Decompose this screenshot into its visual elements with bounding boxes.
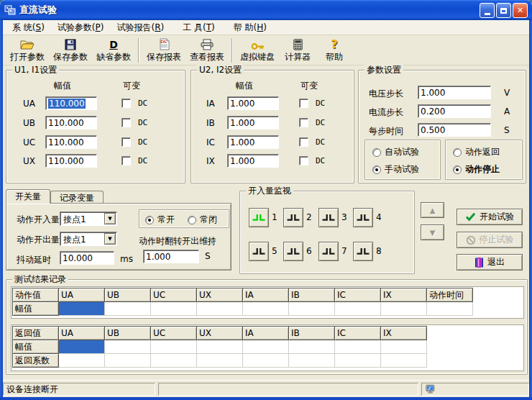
table-cell[interactable] [427, 302, 473, 316]
contact-3-button[interactable] [318, 208, 339, 227]
menu-help[interactable]: 帮 助(H) [227, 20, 273, 35]
normally-open-radio[interactable]: 常开 [145, 214, 175, 226]
menu-system[interactable]: 系 统(S) [6, 20, 51, 35]
current-step-input[interactable]: 0.200 [418, 104, 491, 118]
ic-amplitude-input[interactable]: 1.000 [227, 135, 279, 149]
ix-variable-checkbox[interactable] [299, 156, 308, 165]
calculator-button[interactable]: 计算器 [279, 37, 316, 64]
contact-number: 2 [306, 212, 316, 222]
tab-record-variable[interactable]: 记录变量 [50, 191, 104, 204]
table-cell[interactable] [289, 302, 335, 316]
table-cell[interactable] [105, 302, 151, 316]
ua-amplitude-input[interactable]: 110.000 [45, 96, 97, 110]
menu-test-report[interactable]: 试验报告(R) [110, 20, 170, 35]
tab-control: 开关量 记录变量 动作开入量 接点1 ▼ 常开 常闭 [6, 189, 234, 271]
table-cell[interactable] [335, 354, 381, 368]
ib-amplitude-input[interactable]: 1.000 [227, 116, 279, 129]
contact-7-button[interactable] [318, 242, 339, 261]
ib-variable-checkbox[interactable] [299, 118, 308, 127]
scroll-down-button[interactable]: ▼ [421, 224, 444, 240]
table-cell[interactable] [105, 340, 151, 354]
menu-test-params[interactable]: 试验参数(P) [51, 20, 111, 35]
contact-8-button[interactable] [353, 242, 373, 261]
table-cell[interactable] [197, 302, 243, 316]
group-title: 参数设置 [364, 65, 403, 76]
debounce-input[interactable]: 10.000 [60, 251, 114, 265]
minimize-button[interactable] [480, 3, 495, 18]
action-output-combobox[interactable]: 接点1 ▼ [60, 232, 117, 246]
table-cell[interactable] [335, 340, 381, 354]
table-cell[interactable] [243, 340, 289, 354]
step-time-input[interactable]: 0.500 [418, 123, 491, 137]
table-cell[interactable] [151, 354, 197, 368]
contact-6-button[interactable] [283, 242, 303, 261]
channel-label: IX [206, 156, 215, 166]
contact-1-button[interactable] [249, 208, 269, 227]
menu-tools[interactable]: 工 具(T) [176, 20, 221, 35]
auto-test-radio[interactable]: 自动试验 [372, 146, 419, 158]
table-cell[interactable] [197, 340, 243, 354]
table-cell[interactable] [289, 354, 335, 368]
contact-5-button[interactable] [249, 242, 269, 261]
manual-test-radio[interactable]: 手动试验 [372, 163, 419, 176]
uc-variable-checkbox[interactable] [121, 137, 131, 147]
action-return-radio[interactable]: 动作返回 [453, 146, 500, 158]
stop-test-button[interactable]: 停止试验 [457, 232, 523, 248]
open-params-button[interactable]: 打开参数 [6, 37, 49, 64]
test-mode-panel: 自动试验 手动试验 [364, 140, 441, 180]
ub-amplitude-input[interactable]: 110.000 [45, 116, 97, 129]
table-cell[interactable] [243, 302, 289, 316]
dc-label: DC [316, 156, 325, 165]
normally-closed-radio[interactable]: 常闭 [188, 214, 217, 226]
contact-4-button[interactable] [353, 208, 373, 227]
ux-amplitude-input[interactable]: 110.000 [45, 154, 97, 168]
table-cell[interactable] [151, 340, 197, 354]
maximize-button[interactable] [496, 3, 511, 18]
ia-variable-checkbox[interactable] [299, 99, 308, 108]
ix-amplitude-input[interactable]: 1.000 [227, 154, 279, 168]
table-cell[interactable] [59, 354, 105, 368]
table-cell[interactable] [289, 340, 335, 354]
table-cell-selected[interactable] [59, 340, 105, 354]
table-cell[interactable] [197, 354, 243, 368]
uc-amplitude-input[interactable]: 110.000 [45, 135, 97, 149]
table-cell-selected[interactable] [59, 302, 105, 316]
view-report-button[interactable]: 查看报表 [185, 37, 229, 64]
ub-variable-checkbox[interactable] [121, 118, 131, 127]
help-button[interactable]: ? 帮助 [316, 37, 352, 64]
chevron-down-icon[interactable]: ▼ [104, 233, 116, 245]
virtual-keyboard-button[interactable]: 虚拟键盘 [236, 37, 279, 64]
ux-variable-checkbox[interactable] [121, 156, 131, 165]
save-params-button[interactable]: 保存参数 [49, 37, 92, 64]
table-cell[interactable] [381, 302, 427, 316]
table-cell[interactable] [105, 354, 151, 368]
chevron-down-icon[interactable]: ▼ [104, 213, 116, 224]
ic-variable-checkbox[interactable] [299, 137, 308, 147]
tab-switch-quantity[interactable]: 开关量 [6, 189, 50, 204]
scroll-up-button[interactable]: ▲ [421, 202, 444, 218]
ia-amplitude-input[interactable]: 1.000 [227, 96, 279, 110]
voltage-step-input[interactable]: 1.000 [418, 86, 491, 99]
table-cell[interactable] [381, 354, 427, 368]
contact-number: 7 [341, 246, 352, 256]
ua-variable-checkbox[interactable] [121, 99, 131, 108]
table-cell[interactable] [151, 302, 197, 316]
close-button[interactable]: ✕ [513, 3, 528, 18]
action-stop-radio[interactable]: 动作停止 [453, 163, 500, 176]
start-test-button[interactable]: 开始试验 [457, 209, 523, 225]
u2-i2-group: U2, I2设置 幅值 可变 IA 1.000 DC IB 1.000 DC I… [191, 70, 354, 183]
contact-number: 8 [376, 246, 386, 256]
excel-report-icon: EXL [159, 37, 170, 50]
exit-button[interactable]: 退出 [457, 254, 523, 271]
action-input-combobox[interactable]: 接点1 ▼ [60, 212, 117, 226]
hold-time-input[interactable]: 1.000 [143, 250, 199, 263]
calculator-icon [293, 37, 303, 50]
table-cell[interactable] [243, 354, 289, 368]
table-cell[interactable] [381, 340, 427, 354]
table-cell[interactable] [335, 302, 381, 316]
variable-header: 可变 [301, 80, 318, 92]
default-params-button[interactable]: D 缺省参数 [92, 37, 135, 64]
save-report-button[interactable]: EXL 保存报表 [142, 37, 185, 64]
contact-2-button[interactable] [283, 208, 303, 227]
channel-label: IB [206, 118, 215, 128]
